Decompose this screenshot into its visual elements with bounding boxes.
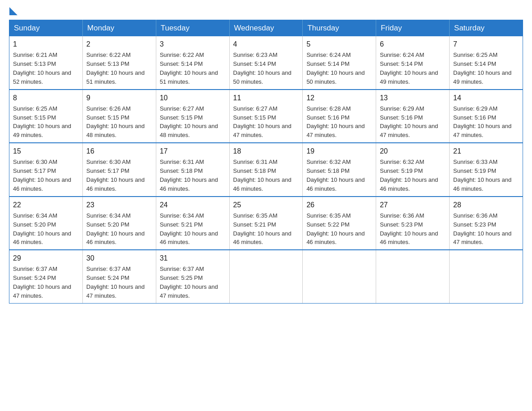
logo	[9, 9, 17, 13]
day-info: Sunrise: 6:37 AMSunset: 5:25 PMDaylight:…	[160, 265, 218, 299]
day-info: Sunrise: 6:34 AMSunset: 5:20 PMDaylight:…	[13, 212, 71, 246]
day-number: 7	[453, 39, 519, 49]
calendar-table: SundayMondayTuesdayWednesdayThursdayFrid…	[9, 20, 523, 304]
weekday-header-sunday: Sunday	[9, 20, 83, 37]
calendar-cell	[450, 250, 523, 303]
week-row-1: 1 Sunrise: 6:21 AMSunset: 5:13 PMDayligh…	[9, 36, 523, 90]
calendar-cell: 21 Sunrise: 6:33 AMSunset: 5:19 PMDaylig…	[450, 143, 523, 197]
day-number: 13	[380, 93, 446, 103]
calendar-cell: 20 Sunrise: 6:32 AMSunset: 5:19 PMDaylig…	[376, 143, 450, 197]
calendar-cell: 12 Sunrise: 6:28 AMSunset: 5:16 PMDaylig…	[303, 90, 376, 143]
calendar-cell: 4 Sunrise: 6:23 AMSunset: 5:14 PMDayligh…	[229, 36, 303, 90]
day-info: Sunrise: 6:25 AMSunset: 5:15 PMDaylight:…	[13, 105, 71, 139]
calendar-cell: 7 Sunrise: 6:25 AMSunset: 5:14 PMDayligh…	[450, 36, 523, 90]
day-info: Sunrise: 6:22 AMSunset: 5:14 PMDaylight:…	[160, 51, 218, 85]
day-info: Sunrise: 6:33 AMSunset: 5:19 PMDaylight:…	[453, 158, 511, 192]
day-number: 16	[86, 146, 152, 156]
day-number: 9	[86, 93, 152, 103]
logo-arrow-icon	[9, 7, 17, 15]
calendar-cell: 26 Sunrise: 6:35 AMSunset: 5:22 PMDaylig…	[303, 197, 376, 250]
day-info: Sunrise: 6:22 AMSunset: 5:13 PMDaylight:…	[86, 51, 145, 85]
calendar-cell: 17 Sunrise: 6:31 AMSunset: 5:18 PMDaylig…	[156, 143, 229, 197]
day-number: 14	[453, 93, 519, 103]
calendar-cell: 24 Sunrise: 6:34 AMSunset: 5:21 PMDaylig…	[156, 197, 229, 250]
day-number: 1	[13, 39, 79, 49]
calendar-cell	[376, 250, 450, 303]
calendar-cell: 13 Sunrise: 6:29 AMSunset: 5:16 PMDaylig…	[376, 90, 450, 143]
weekday-header-tuesday: Tuesday	[156, 20, 229, 37]
day-number: 10	[160, 93, 226, 103]
calendar-cell: 1 Sunrise: 6:21 AMSunset: 5:13 PMDayligh…	[9, 36, 83, 90]
week-row-5: 29 Sunrise: 6:37 AMSunset: 5:24 PMDaylig…	[9, 250, 523, 303]
calendar-cell	[229, 250, 303, 303]
weekday-header-saturday: Saturday	[450, 20, 523, 37]
calendar-cell: 30 Sunrise: 6:37 AMSunset: 5:24 PMDaylig…	[82, 250, 156, 303]
calendar-cell: 23 Sunrise: 6:34 AMSunset: 5:20 PMDaylig…	[82, 197, 156, 250]
day-number: 28	[453, 200, 519, 210]
day-info: Sunrise: 6:27 AMSunset: 5:15 PMDaylight:…	[160, 105, 218, 139]
day-info: Sunrise: 6:23 AMSunset: 5:14 PMDaylight:…	[233, 51, 292, 85]
day-number: 20	[380, 146, 446, 156]
day-info: Sunrise: 6:34 AMSunset: 5:21 PMDaylight:…	[160, 212, 218, 246]
page-header	[9, 9, 523, 13]
day-number: 31	[160, 253, 226, 263]
day-number: 29	[13, 253, 79, 263]
calendar-cell: 25 Sunrise: 6:35 AMSunset: 5:21 PMDaylig…	[229, 197, 303, 250]
calendar-cell: 22 Sunrise: 6:34 AMSunset: 5:20 PMDaylig…	[9, 197, 83, 250]
day-info: Sunrise: 6:31 AMSunset: 5:18 PMDaylight:…	[160, 158, 218, 192]
day-number: 12	[306, 93, 372, 103]
calendar-cell	[303, 250, 376, 303]
weekday-header-thursday: Thursday	[303, 20, 376, 37]
day-number: 30	[86, 253, 152, 263]
day-number: 15	[13, 146, 79, 156]
day-number: 23	[86, 200, 152, 210]
calendar-cell: 8 Sunrise: 6:25 AMSunset: 5:15 PMDayligh…	[9, 90, 83, 143]
week-row-2: 8 Sunrise: 6:25 AMSunset: 5:15 PMDayligh…	[9, 90, 523, 143]
weekday-header-monday: Monday	[82, 20, 156, 37]
day-info: Sunrise: 6:24 AMSunset: 5:14 PMDaylight:…	[306, 51, 365, 85]
day-info: Sunrise: 6:24 AMSunset: 5:14 PMDaylight:…	[380, 51, 438, 85]
week-row-3: 15 Sunrise: 6:30 AMSunset: 5:17 PMDaylig…	[9, 143, 523, 197]
day-info: Sunrise: 6:37 AMSunset: 5:24 PMDaylight:…	[13, 265, 71, 299]
day-info: Sunrise: 6:21 AMSunset: 5:13 PMDaylight:…	[13, 51, 71, 85]
calendar-cell: 27 Sunrise: 6:36 AMSunset: 5:23 PMDaylig…	[376, 197, 450, 250]
day-info: Sunrise: 6:36 AMSunset: 5:23 PMDaylight:…	[380, 212, 438, 246]
calendar-cell: 6 Sunrise: 6:24 AMSunset: 5:14 PMDayligh…	[376, 36, 450, 90]
weekday-header-friday: Friday	[376, 20, 450, 37]
day-number: 8	[13, 93, 79, 103]
day-number: 27	[380, 200, 446, 210]
weekday-header-wednesday: Wednesday	[229, 20, 303, 37]
day-number: 21	[453, 146, 519, 156]
day-info: Sunrise: 6:35 AMSunset: 5:21 PMDaylight:…	[233, 212, 292, 246]
day-info: Sunrise: 6:35 AMSunset: 5:22 PMDaylight:…	[306, 212, 365, 246]
calendar-cell: 31 Sunrise: 6:37 AMSunset: 5:25 PMDaylig…	[156, 250, 229, 303]
day-number: 5	[306, 39, 372, 49]
day-number: 4	[233, 39, 299, 49]
day-info: Sunrise: 6:31 AMSunset: 5:18 PMDaylight:…	[233, 158, 292, 192]
day-info: Sunrise: 6:30 AMSunset: 5:17 PMDaylight:…	[86, 158, 145, 192]
calendar-cell: 5 Sunrise: 6:24 AMSunset: 5:14 PMDayligh…	[303, 36, 376, 90]
calendar-cell: 19 Sunrise: 6:32 AMSunset: 5:18 PMDaylig…	[303, 143, 376, 197]
day-info: Sunrise: 6:25 AMSunset: 5:14 PMDaylight:…	[453, 51, 511, 85]
day-info: Sunrise: 6:34 AMSunset: 5:20 PMDaylight:…	[86, 212, 145, 246]
day-number: 18	[233, 146, 299, 156]
calendar-cell: 3 Sunrise: 6:22 AMSunset: 5:14 PMDayligh…	[156, 36, 229, 90]
day-number: 26	[306, 200, 372, 210]
calendar-cell: 11 Sunrise: 6:27 AMSunset: 5:15 PMDaylig…	[229, 90, 303, 143]
day-info: Sunrise: 6:37 AMSunset: 5:24 PMDaylight:…	[86, 265, 145, 299]
day-number: 2	[86, 39, 152, 49]
day-number: 6	[380, 39, 446, 49]
day-info: Sunrise: 6:32 AMSunset: 5:19 PMDaylight:…	[380, 158, 438, 192]
day-info: Sunrise: 6:28 AMSunset: 5:16 PMDaylight:…	[306, 105, 365, 139]
day-info: Sunrise: 6:27 AMSunset: 5:15 PMDaylight:…	[233, 105, 292, 139]
day-info: Sunrise: 6:29 AMSunset: 5:16 PMDaylight:…	[453, 105, 511, 139]
calendar-cell: 9 Sunrise: 6:26 AMSunset: 5:15 PMDayligh…	[82, 90, 156, 143]
day-number: 22	[13, 200, 79, 210]
day-info: Sunrise: 6:29 AMSunset: 5:16 PMDaylight:…	[380, 105, 438, 139]
day-number: 25	[233, 200, 299, 210]
day-number: 24	[160, 200, 226, 210]
calendar-cell: 14 Sunrise: 6:29 AMSunset: 5:16 PMDaylig…	[450, 90, 523, 143]
day-info: Sunrise: 6:30 AMSunset: 5:17 PMDaylight:…	[13, 158, 71, 192]
day-number: 19	[306, 146, 372, 156]
day-info: Sunrise: 6:26 AMSunset: 5:15 PMDaylight:…	[86, 105, 145, 139]
